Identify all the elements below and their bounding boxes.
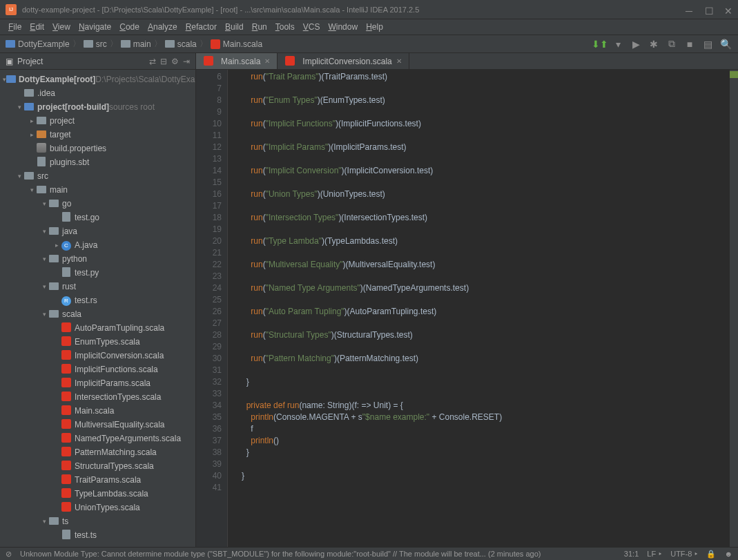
tree-item[interactable]: AutoParamTupling.scala	[0, 321, 195, 335]
run-config-dropdown[interactable]: ▾	[611, 37, 625, 51]
editor-gutter[interactable]: 6789101112131415161718192021222324252627…	[196, 70, 228, 547]
code-line[interactable]	[242, 294, 730, 306]
line-separator[interactable]: LF ‣	[647, 550, 662, 559]
code-line[interactable]	[242, 247, 730, 259]
code-line[interactable]	[242, 482, 730, 494]
breadcrumb-item[interactable]: src	[84, 39, 107, 49]
view-options-icon[interactable]: ⚙	[171, 57, 179, 66]
tree-root[interactable]: ▾DottyExample [root] D:\Projects\Scala\D…	[0, 73, 195, 86]
line-number[interactable]: 21	[196, 247, 222, 259]
search-everywhere-button[interactable]: 🔍	[719, 37, 732, 51]
tree-item[interactable]: Main.scala	[0, 404, 195, 418]
line-number[interactable]: 13	[196, 153, 222, 165]
code-line[interactable]: }	[242, 376, 730, 388]
code-line[interactable]	[242, 341, 730, 353]
line-number[interactable]: 24	[196, 282, 222, 294]
tree-item[interactable]: ImplicitConversion.scala	[0, 349, 195, 363]
menu-view[interactable]: View	[48, 21, 75, 33]
tree-item[interactable]: ▸CA.java	[0, 238, 195, 252]
read-only-toggle[interactable]: 🔒	[706, 550, 716, 559]
tree-item[interactable]: ▾rust	[0, 280, 195, 293]
tree-item[interactable]: Rtest.rs	[0, 293, 195, 307]
tree-item[interactable]: ▸project	[0, 114, 195, 128]
caret-position[interactable]: 31:1	[624, 550, 639, 558]
line-number[interactable]: 33	[196, 388, 222, 400]
code-line[interactable]	[242, 224, 730, 235]
menu-vcs[interactable]: VCS	[299, 21, 324, 33]
tree-item[interactable]: .idea	[0, 86, 195, 100]
tree-item[interactable]: test.go	[0, 211, 195, 224]
tree-item[interactable]: EnumTypes.scala	[0, 335, 195, 349]
project-structure-button[interactable]: ▤	[701, 37, 715, 51]
line-number[interactable]: 12	[196, 142, 222, 153]
line-number[interactable]: 39	[196, 458, 222, 470]
code-line[interactable]: }	[242, 447, 730, 458]
code-line[interactable]	[242, 83, 730, 95]
tree-item[interactable]: ImplicitFunctions.scala	[0, 363, 195, 376]
tree-item[interactable]: StructuralTypes.scala	[0, 459, 195, 473]
menu-refactor[interactable]: Refactor	[182, 21, 221, 33]
line-number[interactable]: 40	[196, 470, 222, 482]
tree-item[interactable]: ▾scala	[0, 307, 195, 321]
menu-help[interactable]: Help	[362, 21, 387, 33]
editor-tab[interactable]: Main.scala✕	[196, 53, 278, 69]
tab-close-icon[interactable]: ✕	[264, 57, 270, 65]
code-line[interactable]: run("Enum Types")(EnumTypes.test)	[242, 95, 730, 106]
code-line[interactable]	[242, 177, 730, 189]
line-number[interactable]: 11	[196, 130, 222, 142]
menu-build[interactable]: Build	[221, 21, 248, 33]
line-number[interactable]: 23	[196, 271, 222, 282]
code-line[interactable]: f	[242, 423, 730, 435]
close-button[interactable]: ✕	[724, 6, 732, 14]
code-line[interactable]	[242, 365, 730, 376]
line-number[interactable]: 14	[196, 165, 222, 177]
menu-edit[interactable]: Edit	[26, 21, 48, 33]
line-number[interactable]: 19	[196, 224, 222, 235]
code-line[interactable]: run("Multiversal Equality")(MultiversalE…	[242, 259, 730, 271]
code-line[interactable]	[242, 153, 730, 165]
breadcrumb-item[interactable]: DottyExample	[6, 39, 70, 49]
tree-item[interactable]: ▾project [root-build] sources root	[0, 100, 195, 114]
code-line[interactable]	[242, 318, 730, 329]
run-button[interactable]: ▶	[629, 37, 643, 51]
code-line[interactable]: run("Auto Param Tupling")(AutoParamTupli…	[242, 306, 730, 318]
tree-item[interactable]: MultiversalEquality.scala	[0, 418, 195, 432]
line-number[interactable]: 41	[196, 482, 222, 494]
line-number[interactable]: 32	[196, 376, 222, 388]
code-line[interactable]: println(Console.MAGENTA + s"$name exampl…	[242, 412, 730, 423]
line-number[interactable]: 9	[196, 106, 222, 118]
hide-icon[interactable]: ⇥	[183, 57, 190, 66]
code-line[interactable]: run("Implicit Conversion")(ImplicitConve…	[242, 165, 730, 177]
breadcrumb-item[interactable]: scala	[165, 39, 197, 49]
breadcrumb-item[interactable]: main	[121, 39, 151, 49]
menu-file[interactable]: File	[4, 21, 26, 33]
error-stripe[interactable]	[730, 70, 738, 547]
line-number[interactable]: 6	[196, 71, 222, 83]
maximize-button[interactable]: ☐	[705, 6, 713, 14]
editor-tab[interactable]: ImplicitConversion.scala✕	[278, 53, 409, 69]
code-line[interactable]: run("Union Types")(UnionTypes.test)	[242, 189, 730, 200]
hector-icon[interactable]: ☻	[724, 550, 732, 558]
code-line[interactable]: private def run(name: String)(f: => Unit…	[242, 400, 730, 412]
file-encoding[interactable]: UTF-8 ‣	[670, 550, 698, 559]
line-number[interactable]: 36	[196, 423, 222, 435]
line-number[interactable]: 35	[196, 412, 222, 423]
minimize-button[interactable]: ─	[686, 6, 694, 14]
make-button[interactable]: ⬇⬆	[593, 37, 607, 51]
tree-item[interactable]: PatternMatching.scala	[0, 445, 195, 459]
tree-item[interactable]: ▾src	[0, 169, 195, 183]
code-line[interactable]: run("Named Type Arguments")(NamedTypeArg…	[242, 282, 730, 294]
line-number[interactable]: 27	[196, 318, 222, 329]
menu-tools[interactable]: Tools	[271, 21, 299, 33]
tree-item[interactable]: TypeLambdas.scala	[0, 487, 195, 501]
line-number[interactable]: 31	[196, 365, 222, 376]
code-line[interactable]	[242, 106, 730, 118]
tree-item[interactable]: ▾java	[0, 224, 195, 238]
menu-navigate[interactable]: Navigate	[75, 21, 115, 33]
line-number[interactable]: 30	[196, 353, 222, 365]
line-number[interactable]: 10	[196, 118, 222, 130]
code-line[interactable]: run("Intersection Types")(IntersectionTy…	[242, 212, 730, 224]
line-number[interactable]: 17	[196, 200, 222, 212]
code-line[interactable]	[242, 388, 730, 400]
tree-item[interactable]: ImplicitParams.scala	[0, 376, 195, 390]
